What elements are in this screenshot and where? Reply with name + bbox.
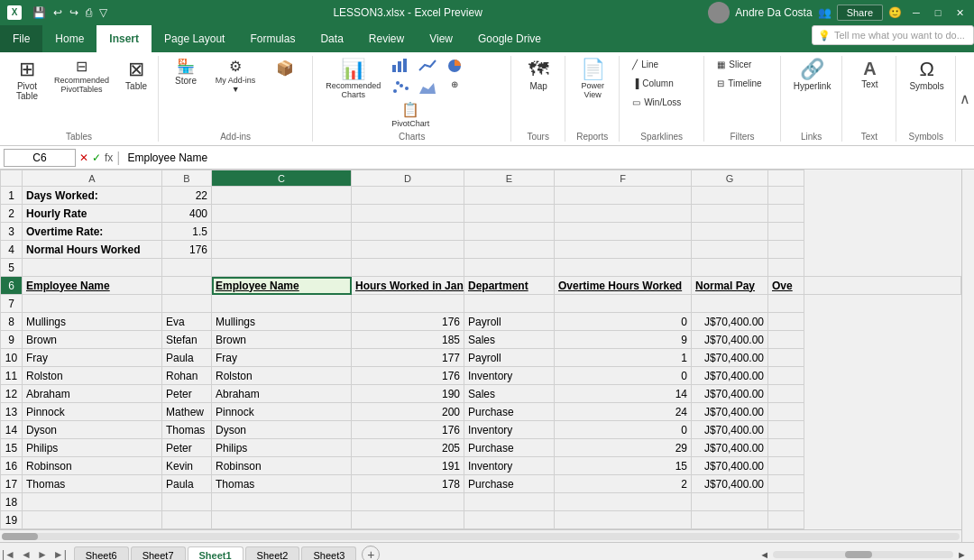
row-header-14[interactable]: 14 [1,421,23,439]
cell-r8-c5[interactable]: 0 [555,313,692,331]
cell-r17-c5[interactable]: 2 [555,475,692,493]
cell-r6-c1[interactable] [162,277,212,295]
cell-r17-c2[interactable]: Thomas [212,475,352,493]
cell-r8-c0[interactable]: Mullings [23,313,162,331]
col-header-A[interactable]: A [23,170,162,187]
row-header-1[interactable]: 1 [1,187,23,205]
cell-r9-c4[interactable]: Sales [464,331,555,349]
cell-r8-c3[interactable]: 176 [352,313,464,331]
cell-r18-c2[interactable] [212,493,352,511]
cell-r6-c4[interactable]: Department [464,277,555,295]
symbols-button[interactable]: Ω Symbols [904,56,949,95]
cell-r17-c1[interactable]: Paula [162,475,212,493]
cell-r9-c1[interactable]: Stefan [162,331,212,349]
cell-r1-c2[interactable] [212,187,352,205]
tab-formulas[interactable]: Formulas [237,25,308,52]
row-header-12[interactable]: 12 [1,385,23,403]
cell-r4-c2[interactable] [212,241,352,259]
tab-last-icon[interactable]: ►| [51,546,69,560]
cell-r4-c6[interactable] [692,241,768,259]
row-header-9[interactable]: 9 [1,331,23,349]
cell-r5-c2[interactable] [212,259,352,277]
row-header-15[interactable]: 15 [1,439,23,457]
timeline-button[interactable]: ⊟Timeline [712,75,775,92]
more-charts-button[interactable]: ⊕ [442,78,467,97]
sheet-tab-sheet1[interactable]: Sheet1 [188,546,244,560]
cell-r2-c2[interactable] [212,205,352,223]
col-header-D[interactable]: D [352,170,464,187]
line-sparkline-button[interactable]: ╱Line [627,56,699,73]
cell-r13-c2[interactable]: Pinnock [212,403,352,421]
scroll-right-icon[interactable]: ► [957,549,967,560]
cell-r7-c3[interactable] [352,295,464,313]
recommended-pivottables-button[interactable]: ⊟ RecommendedPivotTables [49,56,115,97]
cell-r11-c5[interactable]: 0 [555,367,692,385]
cell-r12-c2[interactable]: Abraham [212,385,352,403]
cell-r5-c1[interactable] [162,259,212,277]
cell-r19-c5[interactable] [555,511,692,529]
cell-r1-c4[interactable] [464,187,555,205]
cell-r11-c1[interactable]: Rohan [162,367,212,385]
row-header-6[interactable]: 6 [1,277,23,295]
tab-googledrive[interactable]: Google Drive [465,25,554,52]
cell-r16-c6[interactable]: J$70,400.00 [692,457,768,475]
tab-file[interactable]: File [0,25,42,52]
pivottable-button[interactable]: ⊞ PivotTable [7,56,47,105]
cell-r8-c1[interactable]: Eva [162,313,212,331]
share-button[interactable]: Share [837,5,883,21]
cell-r16-c0[interactable]: Robinson [23,457,162,475]
cell-r19-c1[interactable] [162,511,212,529]
cancel-formula-icon[interactable]: ✕ [79,151,88,164]
cell-r14-c3[interactable]: 176 [352,421,464,439]
tab-data[interactable]: Data [308,25,355,52]
cell-r12-c0[interactable]: Abraham [23,385,162,403]
cell-r7-c5[interactable] [555,295,692,313]
cell-r2-c0[interactable]: Hourly Rate [23,205,162,223]
cell-r10-c2[interactable]: Fray [212,349,352,367]
cell-r6-c7[interactable]: Ove [768,277,804,295]
cell-r14-c1[interactable]: Thomas [162,421,212,439]
cell-r3-c3[interactable] [352,223,464,241]
cell-r10-c3[interactable]: 177 [352,349,464,367]
column-sparkline-button[interactable]: ▐Column [627,75,699,92]
maximize-button[interactable]: □ [931,5,945,20]
cell-r16-c1[interactable]: Kevin [162,457,212,475]
cell-r10-c0[interactable]: Fray [23,349,162,367]
vertical-scrollbar[interactable] [961,170,974,542]
cell-r13-c6[interactable]: J$70,400.00 [692,403,768,421]
cell-r19-c2[interactable] [212,511,352,529]
cell-r10-c5[interactable]: 1 [555,349,692,367]
row-header-3[interactable]: 3 [1,223,23,241]
customize-icon[interactable]: ▽ [97,5,109,21]
addin-extra-button[interactable]: 📦 [265,56,305,80]
h-scroll-track-bottom[interactable] [773,551,953,558]
cell-r11-c0[interactable]: Rolston [23,367,162,385]
cell-r19-c4[interactable] [464,511,555,529]
cell-r8-c4[interactable]: Payroll [464,313,555,331]
tell-me-input[interactable]: 💡 Tell me what you want to do... [812,25,974,45]
winloss-sparkline-button[interactable]: ▭Win/Loss [627,94,699,111]
row-header-17[interactable]: 17 [1,475,23,493]
save-icon[interactable]: 💾 [31,5,48,21]
cell-r3-c0[interactable]: Overtime Rate: [23,223,162,241]
cell-r5-c0[interactable] [23,259,162,277]
map-button[interactable]: 🗺 Map [519,56,558,95]
recommended-charts-button[interactable]: 📊 RecommendedCharts [320,56,386,103]
pie-chart-button[interactable] [442,56,467,76]
row-header-16[interactable]: 16 [1,457,23,475]
pivotchart-button[interactable]: 📋 PivotChart [388,101,433,130]
cell-r1-c3[interactable] [352,187,464,205]
cell-r14-c6[interactable]: J$70,400.00 [692,421,768,439]
cell-r4-c3[interactable] [352,241,464,259]
cell-r11-c4[interactable]: Inventory [464,367,555,385]
cell-r12-c1[interactable]: Peter [162,385,212,403]
tab-home[interactable]: Home [42,25,96,52]
cell-r16-c2[interactable]: Robinson [212,457,352,475]
bar-chart-button[interactable] [388,56,413,76]
cell-r2-c6[interactable] [692,205,768,223]
ribbon-collapse[interactable]: ∧ [956,56,974,142]
cell-r5-c3[interactable] [352,259,464,277]
cell-r16-c5[interactable]: 15 [555,457,692,475]
cell-r15-c5[interactable]: 29 [555,439,692,457]
row-header-13[interactable]: 13 [1,403,23,421]
